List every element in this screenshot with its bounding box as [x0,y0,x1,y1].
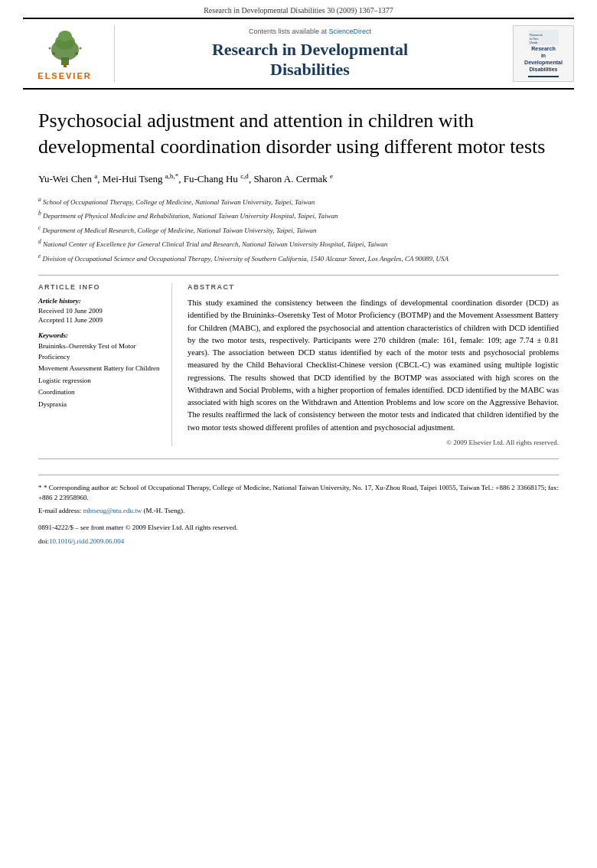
history-label: Article history: [38,297,161,305]
authors-line: Yu-Wei Chen a, Mei-Hui Tseng a,b,*, Fu-C… [38,171,559,188]
abstract-label: ABSTRACT [188,283,559,291]
affil-d: d National Center of Excellence for Gene… [38,237,559,250]
received-date: Received 10 June 2009 [38,307,161,315]
keywords-label: Keywords: [38,331,161,339]
article-info-section: ARTICLE INFO Article history: Received 1… [38,283,559,446]
affil-e: e Division of Occupational Science and O… [38,252,559,264]
copyright-line: © 2009 Elsevier Ltd. All rights reserved… [188,439,559,446]
article-info-col: ARTICLE INFO Article history: Received 1… [38,283,172,446]
journal-header: ELSEVIER Contents lists available at Sci… [23,18,574,90]
svg-point-6 [75,52,78,55]
journal-title-header: Research in Developmental Disabilities [212,40,408,80]
keyword-3: Logistic regression [38,376,161,387]
divider-bottom [38,458,559,459]
sciencedirect-link[interactable]: ScienceDirect [329,28,372,35]
keyword-2: Movement Assessment Battery for Children [38,364,161,374]
svg-rect-1 [64,64,67,67]
email-person: (M.-H. Tseng). [144,507,185,514]
svg-point-4 [58,31,72,41]
email-label: E-mail address: [38,507,81,514]
elsevier-logo: ELSEVIER [23,25,115,82]
journal-logo-label: ResearchinDevelopmentalDisabilities [524,45,563,73]
page: Research in Developmental Disabilities 3… [0,0,597,868]
corresponding-note: * * Corresponding author at: School of O… [38,483,559,504]
abstract-text: This study examined the consistency betw… [188,297,559,434]
journal-center: Contents lists available at ScienceDirec… [115,25,505,82]
star-symbol: * [38,484,44,491]
contents-line: Contents lists available at ScienceDirec… [249,28,371,35]
journal-citation: Research in Developmental Disabilities 3… [0,0,597,18]
keyword-1: Bruininks–Oseretsky Test of Motor Profic… [38,341,161,362]
journal-logo-icon: Research in Dev. Disab. [528,30,559,45]
doi-link[interactable]: 10.1016/j.ridd.2009.06.004 [49,537,124,545]
svg-point-7 [48,47,51,50]
keyword-5: Dyspraxia [38,400,161,410]
citation-text: Research in Developmental Disabilities 3… [204,6,393,15]
elsevier-brand-text: ELSEVIER [38,71,91,80]
email-line: E-mail address: mhtseug@ntu.edu.tw (M.-H… [38,506,559,517]
abstract-col: ABSTRACT This study examined the consist… [188,283,559,446]
affil-a: a School of Occupational Therapy, Colleg… [38,195,559,207]
divider-top [38,275,559,276]
doi-line: doi:10.1016/j.ridd.2009.06.004 [38,537,559,545]
issn-line: 0891-4222/$ – see front matter © 2009 El… [38,524,559,531]
svg-text:Disab.: Disab. [530,41,538,44]
svg-point-8 [79,47,81,50]
affil-c: c Department of Medical Research, Colleg… [38,224,559,236]
article-title: Psychosocial adjustment and attention in… [38,108,559,160]
elsevier-tree-icon [38,27,92,69]
main-content: Psychosocial adjustment and attention in… [0,108,597,459]
svg-point-5 [52,52,55,55]
article-info-label: ARTICLE INFO [38,283,161,291]
affiliations: a School of Occupational Therapy, Colleg… [38,195,559,264]
footer-section: * * Corresponding author at: School of O… [38,475,559,546]
journal-logo-small: Research in Dev. Disab. ResearchinDevelo… [513,25,574,82]
keyword-4: Coordination [38,387,161,398]
email-link[interactable]: mhtseug@ntu.edu.tw [83,507,142,514]
accepted-date: Accepted 11 June 2009 [38,316,161,324]
logo-bar-decoration [528,76,559,77]
affil-b: b Department of Physical Medicine and Re… [38,209,559,221]
